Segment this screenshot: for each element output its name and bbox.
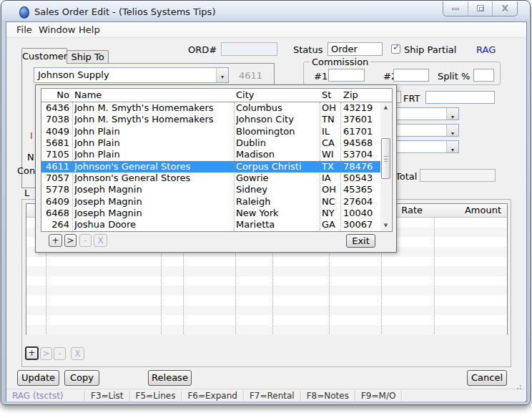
lookup-scrollbar[interactable]: ▲ ▼ bbox=[380, 102, 391, 231]
scroll-up-icon[interactable]: ▲ bbox=[380, 102, 391, 113]
cell-name: Johnson's General Stores bbox=[74, 172, 232, 184]
lookup-row[interactable]: 7105John PlainMadisonWI53704 bbox=[41, 149, 381, 160]
commission-2-input[interactable] bbox=[393, 69, 429, 82]
lookup-row[interactable]: 7057Johnson's General StoresGowrieIA5054… bbox=[41, 172, 381, 184]
maximize-button[interactable] bbox=[468, 1, 493, 16]
cell-name: Joseph Magnin bbox=[74, 196, 232, 208]
lines-delete-button[interactable]: X bbox=[71, 347, 84, 360]
lines-grid-row[interactable] bbox=[26, 325, 507, 335]
column-header-city[interactable]: City bbox=[236, 89, 317, 100]
lines-grid-row[interactable] bbox=[26, 306, 507, 316]
status-hint: F7=Rental bbox=[244, 391, 301, 401]
lookup-row[interactable]: 5778Joseph MagninSidneyOH45365 bbox=[41, 184, 381, 195]
cell-no: 6436 bbox=[43, 102, 69, 114]
column-header-zip[interactable]: Zip bbox=[343, 89, 379, 100]
lookup-remove-button[interactable]: - bbox=[79, 234, 92, 247]
lookup-row[interactable]: 6436John M. Smyth's HomemakersColumbusOH… bbox=[41, 102, 381, 114]
commission-1-input[interactable] bbox=[328, 69, 365, 82]
cell-no: 6409 bbox=[43, 196, 69, 208]
cell-name: Joshua Doore bbox=[74, 219, 232, 230]
cell-no: 5778 bbox=[43, 184, 69, 195]
tab-ship-to[interactable]: Ship To bbox=[66, 50, 109, 64]
cell-city: Marietta bbox=[236, 219, 317, 230]
cell-st: OH bbox=[322, 102, 340, 114]
lookup-row[interactable]: 264Joshua DooreMariettaGA30067 bbox=[41, 219, 381, 230]
tab-customer[interactable]: Customer bbox=[21, 48, 67, 64]
cell-st: NY bbox=[322, 208, 340, 219]
close-button[interactable]: X bbox=[493, 1, 517, 16]
lines-next-button[interactable]: > bbox=[40, 347, 52, 360]
resize-grip[interactable] bbox=[516, 383, 523, 390]
scrollbar-thumb[interactable] bbox=[381, 138, 390, 179]
lines-remove-button[interactable]: - bbox=[54, 347, 66, 360]
split-percent-input[interactable] bbox=[473, 69, 494, 82]
cancel-button[interactable]: Cancel bbox=[467, 370, 507, 386]
copy-button[interactable]: Copy bbox=[64, 370, 99, 386]
column-header-amount[interactable]: Amount bbox=[434, 205, 501, 215]
cell-zip: 78476 bbox=[343, 161, 379, 172]
lines-grid-row[interactable] bbox=[26, 266, 507, 276]
cell-city: Johnson City bbox=[236, 114, 317, 125]
ship-partial-checkbox[interactable]: ✓ bbox=[391, 44, 400, 54]
dropdown-arrow-icon[interactable]: ▾ bbox=[446, 141, 458, 152]
minimize-button[interactable] bbox=[443, 1, 468, 16]
column-header-name[interactable]: Name bbox=[74, 89, 232, 100]
status-hint: F6=Expand bbox=[182, 391, 243, 401]
title-bar[interactable]: Sales Order Edit - (Telios Systems Tips)… bbox=[1, 1, 530, 22]
menu-window[interactable]: Window bbox=[39, 24, 75, 35]
cell-no: 4049 bbox=[43, 126, 69, 137]
lookup-row[interactable]: 4049John PlainBloomingtonIL61701 bbox=[41, 126, 381, 137]
lookup-delete-button[interactable]: X bbox=[94, 234, 107, 247]
lines-grid-row[interactable] bbox=[26, 286, 507, 296]
cell-city: Sidney bbox=[236, 184, 317, 195]
column-header-no[interactable]: No bbox=[43, 89, 69, 100]
exit-button[interactable]: Exit bbox=[346, 234, 375, 248]
update-button[interactable]: Update bbox=[17, 370, 59, 386]
lines-grid-row[interactable] bbox=[26, 276, 507, 286]
cell-zip: 30067 bbox=[343, 219, 379, 230]
customer-combobox[interactable]: Johnson Supply ▾ bbox=[34, 67, 229, 83]
cell-st: TN bbox=[322, 114, 340, 125]
lines-grid-row[interactable] bbox=[26, 315, 507, 325]
column-separator bbox=[72, 102, 73, 231]
total-input bbox=[420, 169, 496, 182]
scroll-down-icon[interactable]: ▼ bbox=[380, 220, 391, 231]
maximize-icon bbox=[477, 5, 484, 11]
dropdown-arrow-icon[interactable]: ▾ bbox=[446, 108, 458, 120]
lines-grid-row[interactable] bbox=[26, 257, 507, 267]
release-button[interactable]: Release bbox=[148, 370, 192, 386]
cell-st: WI bbox=[322, 149, 340, 160]
menu-help[interactable]: Help bbox=[79, 24, 100, 35]
cell-zip: 37601 bbox=[343, 114, 379, 125]
lookup-row[interactable]: 7038John M. Smyth's HomemakersJohnson Ci… bbox=[41, 114, 381, 125]
cell-city: Corpus Christi bbox=[236, 161, 317, 172]
cell-city: Madison bbox=[236, 149, 317, 160]
cell-name: Joseph Magnin bbox=[74, 208, 232, 219]
cell-zip: 50543 bbox=[343, 172, 379, 184]
lookup-next-button[interactable]: > bbox=[64, 234, 77, 247]
status-input[interactable]: Order bbox=[327, 42, 383, 56]
lookup-list-header: No Name City St Zip bbox=[41, 89, 392, 102]
dropdown-arrow-icon[interactable]: ▾ bbox=[446, 125, 458, 136]
column-header-st[interactable]: St bbox=[322, 89, 340, 100]
lookup-row[interactable]: 6468Joseph MagninNew YorkNY10040 bbox=[41, 208, 381, 219]
lookup-add-button[interactable]: + bbox=[49, 234, 62, 247]
ord-input[interactable] bbox=[221, 42, 277, 56]
cell-city: Columbus bbox=[236, 102, 317, 114]
rag-link[interactable]: RAG bbox=[476, 44, 496, 55]
status-hint: F5=Lines bbox=[130, 391, 182, 401]
lines-grid-row[interactable] bbox=[26, 296, 507, 306]
lookup-row-selected[interactable]: 4611Johnson's General StoresCorpus Chris… bbox=[41, 161, 381, 172]
cell-city: Gowrie bbox=[236, 172, 317, 184]
cell-name: John Plain bbox=[74, 149, 232, 160]
lines-add-button[interactable]: + bbox=[25, 346, 39, 360]
frt-input[interactable] bbox=[425, 91, 495, 104]
cell-st: IA bbox=[322, 172, 340, 184]
column-separator bbox=[320, 102, 320, 231]
lookup-row[interactable]: 6409Joseph MagninRaleighNC27604 bbox=[41, 196, 381, 208]
lookup-row[interactable]: 5681John PlainDublinCA94568 bbox=[41, 137, 381, 149]
dropdown-arrow-icon[interactable]: ▾ bbox=[216, 68, 228, 82]
menu-file[interactable]: File bbox=[16, 24, 32, 35]
cell-no: 7105 bbox=[43, 149, 69, 160]
ord-label: ORD# bbox=[188, 44, 217, 55]
